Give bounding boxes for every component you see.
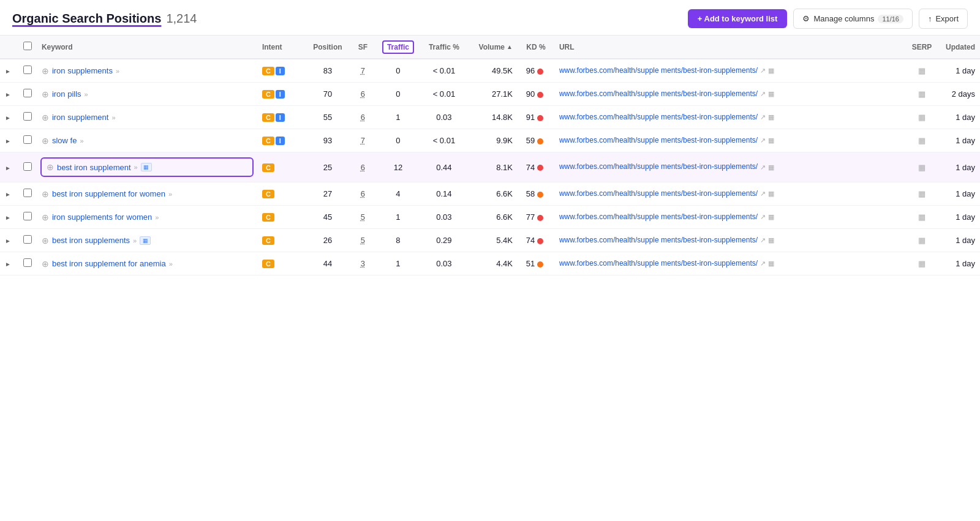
serp-icon[interactable]: ▦ [918,113,925,122]
url-link[interactable]: www.forbes.com/health/supple ments/best-… [559,212,758,222]
url-link[interactable]: www.forbes.com/health/supple ments/best-… [559,162,758,172]
traffic-cell: 1 [377,206,420,229]
export-button[interactable]: ↑ Export [919,9,968,29]
add-keyword-icon[interactable]: ⊕ [42,236,49,246]
serp-icon[interactable]: ▦ [918,163,925,172]
external-link-icon[interactable]: ↗ [760,190,766,198]
expand-row-button[interactable]: ► [5,68,11,75]
external-link-icon[interactable]: ↗ [760,90,766,98]
url-link[interactable]: www.forbes.com/health/supple ments/best-… [559,66,758,76]
manage-columns-button[interactable]: ⚙ Manage columns 11/16 [793,9,913,29]
intent-badge: I [276,137,285,145]
serp-icon[interactable]: ▦ [918,189,925,198]
copy-url-icon[interactable]: ▦ [768,236,774,244]
add-to-keyword-list-button[interactable]: + Add to keyword list [688,9,788,28]
add-keyword-icon[interactable]: ⊕ [47,162,54,172]
col-kd-header[interactable]: KD % [518,36,554,59]
external-link-icon[interactable]: ↗ [760,236,766,244]
add-keyword-icon[interactable]: ⊕ [42,66,49,76]
copy-url-icon[interactable]: ▦ [768,190,774,198]
row-checkbox[interactable] [23,162,32,171]
col-updated-header[interactable]: Updated [937,36,980,59]
keyword-link[interactable]: iron supplements [52,66,113,75]
row-checkbox[interactable] [23,235,32,244]
col-volume-header[interactable]: Volume ▲ [469,36,518,59]
copy-url-icon[interactable]: ▦ [768,260,774,268]
serp-icon[interactable]: ▦ [918,136,925,145]
col-url-header[interactable]: URL [554,36,907,59]
expand-row-button[interactable]: ► [5,261,11,268]
keyword-link[interactable]: best iron supplement for women [52,189,165,198]
copy-url-icon[interactable]: ▦ [768,213,774,221]
select-all-checkbox[interactable] [23,42,32,50]
col-serp-header[interactable]: SERP [907,36,937,59]
url-link[interactable]: www.forbes.com/health/supple ments/best-… [559,136,758,146]
serp-icon[interactable]: ▦ [918,89,925,99]
expand-row-button[interactable]: ► [5,165,11,171]
expand-row-button[interactable]: ► [5,114,11,121]
keyword-link[interactable]: slow fe [52,136,77,145]
add-keyword-icon[interactable]: ⊕ [42,259,49,269]
kd-cell: 58 [518,182,554,206]
external-link-icon[interactable]: ↗ [760,163,766,171]
expand-row-button[interactable]: ► [5,91,11,98]
row-checkbox[interactable] [23,258,32,267]
add-keyword-icon[interactable]: ⊕ [42,136,49,146]
add-keyword-icon[interactable]: ⊕ [42,113,49,122]
updated-cell: 1 day [937,106,980,129]
keyword-link[interactable]: iron supplements for women [52,212,152,222]
expand-row-button[interactable]: ► [5,138,11,144]
expand-row-button[interactable]: ► [5,191,11,198]
external-link-icon[interactable]: ↗ [760,260,766,268]
row-checkbox[interactable] [23,189,32,197]
serp-icon[interactable]: ▦ [918,236,925,245]
external-link-icon[interactable]: ↗ [760,213,766,221]
external-link-icon[interactable]: ↗ [760,137,766,144]
keyword-link[interactable]: iron pills [52,89,81,99]
col-traffic-pct-header[interactable]: Traffic % [420,36,469,59]
serp-icon[interactable]: ▦ [918,212,925,222]
add-keyword-icon[interactable]: ⊕ [42,212,49,222]
serp-icon[interactable]: ▦ [918,259,925,268]
sf-value: 6 [361,113,365,122]
keyword-link[interactable]: best iron supplement [57,163,131,172]
kd-cell: 74 [518,229,554,252]
copy-url-icon[interactable]: ▦ [768,90,774,98]
external-link-icon[interactable]: ↗ [760,113,766,121]
row-checkbox[interactable] [23,66,32,74]
intent-badge: C [262,90,274,99]
row-checkbox[interactable] [23,89,32,97]
keyword-arrows-icon: » [169,260,173,268]
col-keyword-header[interactable]: Keyword [37,36,257,59]
copy-url-icon[interactable]: ▦ [768,67,774,75]
copy-url-icon[interactable]: ▦ [768,163,774,171]
add-keyword-icon[interactable]: ⊕ [42,89,49,99]
row-checkbox[interactable] [23,212,32,220]
add-keyword-icon[interactable]: ⊕ [42,189,49,199]
expand-row-button[interactable]: ► [5,214,11,221]
header-left: Organic Search Positions 1,214 [12,12,197,26]
url-link[interactable]: www.forbes.com/health/supple ments/best-… [559,113,758,122]
expand-row-button[interactable]: ► [5,238,11,244]
col-traffic-header[interactable]: Traffic [377,36,420,59]
external-link-icon[interactable]: ↗ [760,67,766,75]
kd-dot [537,69,543,75]
copy-url-icon[interactable]: ▦ [768,113,774,121]
position-cell: 26 [306,229,349,252]
url-link[interactable]: www.forbes.com/health/supple ments/best-… [559,89,758,99]
keyword-link[interactable]: best iron supplements [52,236,130,245]
col-intent-header[interactable]: Intent [257,36,306,59]
serp-icon[interactable]: ▦ [918,66,925,75]
url-link[interactable]: www.forbes.com/health/supple ments/best-… [559,236,758,246]
col-position-header[interactable]: Position [306,36,349,59]
copy-url-icon[interactable]: ▦ [768,137,774,144]
col-sf-header[interactable]: SF [349,36,377,59]
url-link[interactable]: www.forbes.com/health/supple ments/best-… [559,189,758,199]
col-check-header[interactable] [16,36,37,59]
keyword-link[interactable]: best iron supplement for anemia [52,259,166,268]
url-link[interactable]: www.forbes.com/health/supple ments/best-… [559,259,758,269]
gear-icon: ⚙ [802,14,810,23]
keyword-link[interactable]: iron supplement [52,113,109,122]
row-checkbox[interactable] [23,112,32,121]
row-checkbox[interactable] [23,135,32,144]
